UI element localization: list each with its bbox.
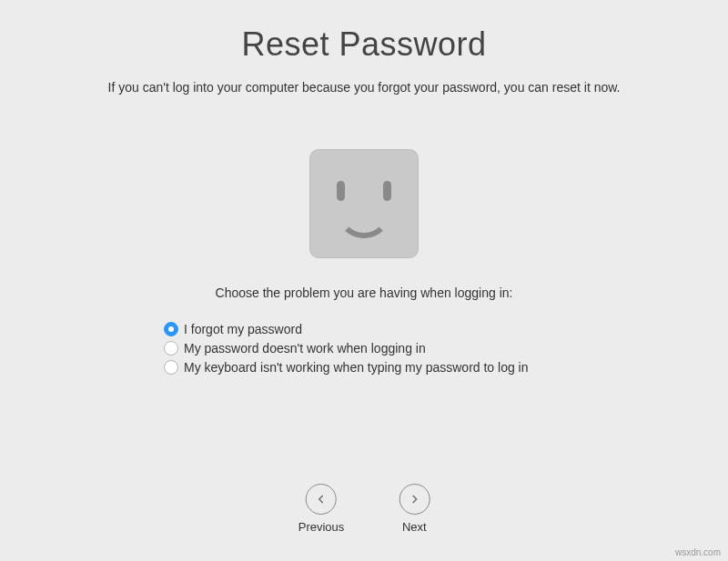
option-label: My keyboard isn't working when typing my… [184, 360, 529, 375]
radio-icon[interactable] [164, 322, 178, 336]
page-title: Reset Password [241, 25, 486, 64]
option-keyboard-not-working[interactable]: My keyboard isn't working when typing my… [164, 360, 564, 375]
next-label: Next [402, 520, 427, 534]
options-prompt: Choose the problem you are having when l… [216, 286, 513, 300]
watermark: wsxdn.com [675, 547, 721, 557]
radio-icon[interactable] [164, 341, 178, 356]
page-subtitle: If you can't log into your computer beca… [108, 80, 621, 95]
radio-icon[interactable] [164, 360, 178, 375]
navigation-buttons: Previous Next [298, 484, 430, 534]
option-label: My password doesn't work when logging in [184, 341, 426, 356]
reset-password-panel: Reset Password If you can't log into you… [0, 0, 728, 561]
options-group: I forgot my password My password doesn't… [164, 322, 564, 375]
option-password-not-working[interactable]: My password doesn't work when logging in [164, 341, 564, 356]
previous-label: Previous [298, 520, 345, 534]
finder-face-icon [309, 149, 419, 258]
option-label: I forgot my password [184, 322, 302, 336]
next-button[interactable]: Next [399, 484, 430, 534]
arrow-left-icon [306, 484, 337, 515]
option-forgot-password[interactable]: I forgot my password [164, 322, 564, 336]
arrow-right-icon [399, 484, 430, 515]
previous-button[interactable]: Previous [298, 484, 345, 534]
